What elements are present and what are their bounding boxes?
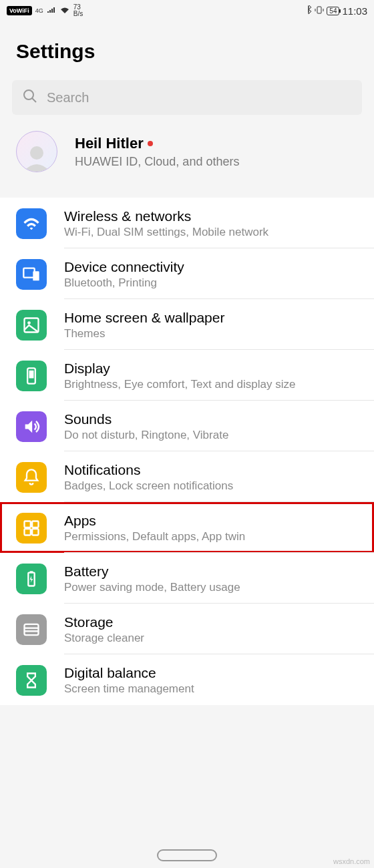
row-title: Wireless & networks: [64, 208, 362, 224]
settings-row-wireless[interactable]: Wireless & networksWi-Fi, Dual SIM setti…: [0, 198, 374, 248]
page-title: Settings: [16, 40, 358, 63]
svg-rect-13: [32, 529, 38, 535]
settings-row-home[interactable]: Home screen & wallpaperThemes: [0, 299, 374, 350]
signal-bars-icon: [47, 6, 56, 16]
svg-point-7: [27, 321, 31, 324]
svg-rect-9: [29, 371, 34, 379]
grid-icon: [16, 513, 47, 544]
svg-rect-0: [317, 7, 321, 13]
row-subtitle: Bluetooth, Printing: [64, 276, 362, 290]
svg-rect-4: [23, 268, 34, 278]
volume-icon: [16, 411, 47, 442]
row-title: Storage: [64, 614, 362, 630]
row-title: Device connectivity: [64, 259, 362, 275]
row-title: Apps: [64, 513, 362, 529]
avatar: [16, 131, 57, 172]
bell-icon: [16, 462, 47, 493]
svg-point-1: [24, 90, 33, 99]
header: Settings: [0, 21, 374, 76]
settings-row-battery[interactable]: BatteryPower saving mode, Battery usage: [0, 553, 374, 604]
battery-icon: [16, 564, 47, 594]
row-title: Battery: [64, 564, 362, 580]
settings-list: Wireless & networksWi-Fi, Dual SIM setti…: [0, 198, 374, 705]
row-subtitle: Storage cleaner: [64, 632, 362, 645]
image-icon: [16, 310, 47, 341]
settings-row-apps[interactable]: AppsPermissions, Default apps, App twin: [0, 502, 374, 553]
notification-dot-icon: [148, 141, 153, 146]
clock: 11:03: [342, 5, 367, 17]
watermark: wsxdn.com: [333, 857, 370, 865]
account-row[interactable]: Heil Hitler HUAWEI ID, Cloud, and others: [0, 122, 374, 186]
signal-icon: 4G: [35, 8, 43, 14]
row-title: Notifications: [64, 462, 362, 478]
row-title: Display: [64, 361, 362, 377]
status-bar: VoWiFi 4G 73B/s 54 11:03: [0, 0, 374, 21]
settings-row-storage[interactable]: StorageStorage cleaner: [0, 604, 374, 654]
vowifi-badge: VoWiFi: [7, 6, 32, 15]
svg-rect-11: [32, 521, 38, 527]
search-icon: [23, 89, 37, 107]
settings-row-sounds[interactable]: SoundsDo not disturb, Ringtone, Vibrate: [0, 401, 374, 451]
search-input[interactable]: Search: [12, 80, 362, 115]
row-title: Home screen & wallpaper: [64, 310, 362, 326]
svg-rect-10: [25, 521, 31, 527]
wifi-status-icon: [59, 6, 70, 16]
row-title: Digital balance: [64, 665, 362, 681]
vibrate-icon: [315, 5, 324, 17]
row-subtitle: Themes: [64, 327, 362, 341]
wifi-icon: [16, 208, 47, 239]
battery-indicator: 54: [327, 7, 339, 15]
search-placeholder: Search: [47, 90, 89, 105]
settings-row-display[interactable]: DisplayBrightness, Eye comfort, Text and…: [0, 350, 374, 401]
row-subtitle: Permissions, Default apps, App twin: [64, 530, 362, 544]
row-subtitle: Screen time management: [64, 682, 362, 696]
svg-rect-5: [33, 271, 39, 280]
svg-rect-12: [25, 529, 31, 535]
account-subtitle: HUAWEI ID, Cloud, and others: [75, 155, 362, 169]
network-speed: 73B/s: [73, 4, 83, 17]
svg-point-3: [30, 146, 43, 160]
hourglass-icon: [16, 665, 47, 696]
devices-icon: [16, 259, 47, 290]
settings-row-digital[interactable]: Digital balanceScreen time management: [0, 654, 374, 705]
storage-icon: [16, 614, 47, 645]
row-subtitle: Do not disturb, Ringtone, Vibrate: [64, 429, 362, 442]
row-title: Sounds: [64, 411, 362, 427]
settings-row-notifications[interactable]: NotificationsBadges, Lock screen notific…: [0, 451, 374, 502]
bluetooth-icon: [305, 5, 312, 17]
svg-rect-16: [25, 624, 39, 635]
svg-rect-15: [30, 571, 33, 572]
row-subtitle: Badges, Lock screen notifications: [64, 479, 362, 493]
nav-pill-icon[interactable]: [157, 849, 217, 861]
svg-line-2: [32, 98, 36, 102]
phone-icon: [16, 361, 47, 391]
row-subtitle: Brightness, Eye comfort, Text and displa…: [64, 378, 362, 391]
row-subtitle: Power saving mode, Battery usage: [64, 581, 362, 594]
settings-row-device[interactable]: Device connectivityBluetooth, Printing: [0, 248, 374, 299]
account-name: Heil Hitler: [75, 135, 362, 152]
row-subtitle: Wi-Fi, Dual SIM settings, Mobile network: [64, 226, 362, 239]
